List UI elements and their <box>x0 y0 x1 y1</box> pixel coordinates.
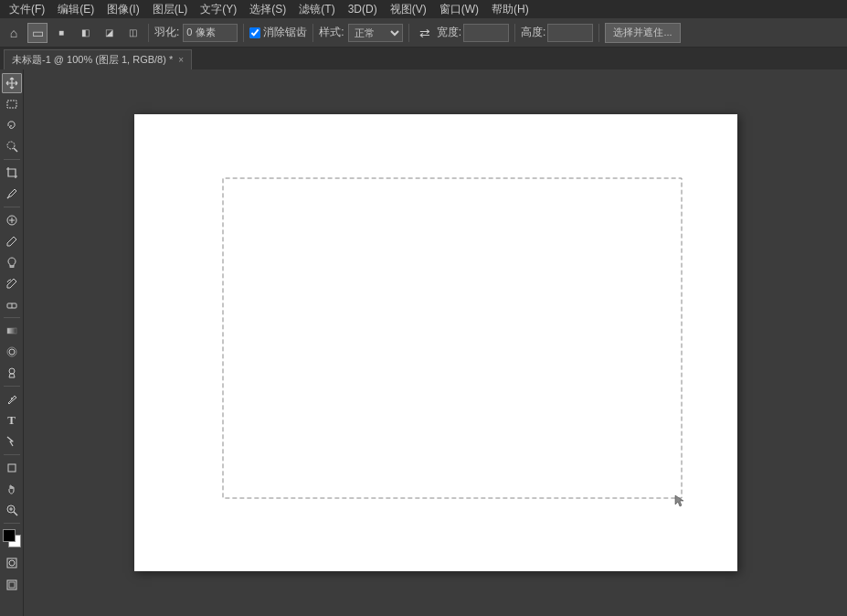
svg-rect-23 <box>9 582 15 588</box>
svg-rect-7 <box>10 266 14 268</box>
svg-point-21 <box>9 560 15 566</box>
tool-stamp[interactable] <box>2 252 22 272</box>
svg-rect-10 <box>7 328 16 334</box>
menu-image[interactable]: 图像(I) <box>101 0 144 19</box>
main-area: T <box>0 69 847 616</box>
toolbar: ⌂ ▭ ■ ◧ ◪ ◫ 羽化: 消除锯齿 样式: 正常 ⇄ 宽度: 高度: 选择… <box>0 18 847 48</box>
menu-edit[interactable]: 编辑(E) <box>52 0 100 19</box>
tool-text[interactable]: T <box>2 410 22 430</box>
menubar: 文件(F) 编辑(E) 图像(I) 图层(L) 文字(Y) 选择(S) 滤镜(T… <box>0 0 847 18</box>
tool-crop[interactable] <box>2 163 22 183</box>
tool-sep-5 <box>4 454 20 455</box>
canvas-area[interactable] <box>24 69 847 616</box>
menu-window[interactable]: 窗口(W) <box>434 0 484 19</box>
tool-blur[interactable] <box>2 342 22 362</box>
menu-select[interactable]: 选择(S) <box>244 0 291 19</box>
svg-line-17 <box>14 512 17 515</box>
tool-move[interactable] <box>2 73 22 93</box>
document-tab[interactable]: 未标题-1 @ 100% (图层 1, RGB/8) * × <box>4 49 192 69</box>
sep-1 <box>148 24 149 42</box>
style-select[interactable]: 正常 <box>348 24 403 42</box>
mode-3-icon[interactable]: ◪ <box>99 23 119 43</box>
document-canvas <box>134 114 737 571</box>
width-input[interactable] <box>463 24 509 42</box>
height-input[interactable] <box>547 24 593 42</box>
select-mask-button[interactable]: 选择并遮住... <box>605 23 680 43</box>
tool-shape[interactable] <box>2 458 22 478</box>
tool-pen[interactable] <box>2 389 22 409</box>
marquee-rect-icon[interactable]: ▭ <box>27 23 48 43</box>
tool-marquee-rect[interactable] <box>2 94 22 114</box>
svg-rect-0 <box>7 101 16 108</box>
tool-brush[interactable] <box>2 231 22 251</box>
tool-gradient[interactable] <box>2 321 22 341</box>
mode-1-icon[interactable]: ■ <box>51 23 71 43</box>
tool-history-brush[interactable] <box>2 273 22 293</box>
tool-sep-1 <box>4 159 20 160</box>
tool-dodge[interactable] <box>2 363 22 383</box>
tool-eraser[interactable] <box>2 294 22 314</box>
tool-lasso[interactable] <box>2 115 22 135</box>
tool-zoom[interactable] <box>2 500 22 520</box>
color-swatches[interactable] <box>2 528 22 548</box>
menu-view[interactable]: 视图(V) <box>385 0 432 19</box>
feather-input[interactable] <box>183 24 238 42</box>
anti-alias-text: 消除锯齿 <box>263 25 307 40</box>
sep-2 <box>243 24 244 42</box>
svg-point-1 <box>7 142 15 149</box>
menu-type[interactable]: 文字(Y) <box>195 0 242 19</box>
swap-icon[interactable]: ⇄ <box>415 23 435 43</box>
width-group: ⇄ 宽度: <box>415 23 509 43</box>
svg-line-2 <box>14 148 17 152</box>
screen-mode-button[interactable] <box>2 575 22 595</box>
tab-title: 未标题-1 @ 100% (图层 1, RGB/8) * <box>12 53 173 67</box>
selection-overlay <box>134 114 737 571</box>
home-icon[interactable]: ⌂ <box>4 23 24 43</box>
menu-help[interactable]: 帮助(H) <box>486 0 535 19</box>
mode-2-icon[interactable]: ◧ <box>75 23 95 43</box>
svg-point-14 <box>11 398 13 399</box>
edit-quick-mask-button[interactable] <box>2 553 22 573</box>
height-group: 高度: <box>521 24 593 42</box>
mode-4-icon[interactable]: ◫ <box>122 23 143 43</box>
style-label: 样式: <box>319 25 344 40</box>
sep-5 <box>514 24 515 42</box>
tool-eyedropper[interactable] <box>2 184 22 204</box>
cursor-indicator <box>673 494 688 511</box>
svg-point-12 <box>9 349 15 355</box>
tab-close-button[interactable]: × <box>178 55 184 65</box>
tool-sep-2 <box>4 207 20 207</box>
anti-alias-checkbox[interactable] <box>249 27 260 38</box>
tool-heal[interactable] <box>2 210 22 230</box>
anti-alias-label[interactable]: 消除锯齿 <box>249 25 307 40</box>
tool-hand[interactable] <box>2 479 22 499</box>
tool-path-select[interactable] <box>2 431 22 451</box>
toolbox: T <box>0 69 24 616</box>
width-label: 宽度: <box>437 25 461 40</box>
tool-sep-6 <box>4 523 20 524</box>
tool-sep-3 <box>4 317 20 318</box>
menu-filter[interactable]: 滤镜(T) <box>293 0 340 19</box>
svg-line-3 <box>7 196 9 198</box>
menu-layer[interactable]: 图层(L) <box>147 0 194 19</box>
menu-file[interactable]: 文件(F) <box>4 0 50 19</box>
tool-quick-select[interactable] <box>2 136 22 156</box>
feather-label: 羽化: <box>154 25 179 40</box>
sep-4 <box>408 24 409 42</box>
mode-icons <box>2 553 22 595</box>
tool-sep-4 <box>4 386 20 387</box>
tabbar: 未标题-1 @ 100% (图层 1, RGB/8) * × <box>0 48 847 69</box>
svg-point-13 <box>9 368 15 374</box>
menu-3d[interactable]: 3D(D) <box>343 1 383 17</box>
svg-rect-24 <box>223 178 682 498</box>
foreground-color-swatch[interactable] <box>3 529 16 542</box>
sep-3 <box>312 24 313 42</box>
height-label: 高度: <box>521 25 545 40</box>
sep-6 <box>598 24 599 42</box>
svg-rect-15 <box>8 464 16 472</box>
svg-rect-22 <box>7 580 16 589</box>
